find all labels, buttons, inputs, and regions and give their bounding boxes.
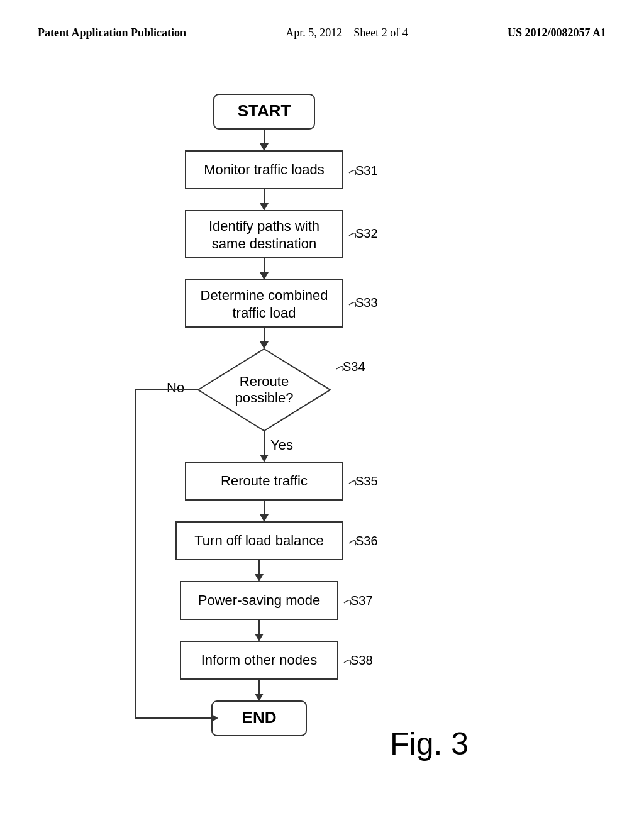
flowchart-svg: START Monitor traffic loads S31 Identify…: [0, 82, 644, 805]
svg-marker-3: [260, 143, 269, 151]
svg-text:same destination: same destination: [212, 236, 316, 252]
svg-marker-8: [260, 203, 269, 211]
svg-marker-14: [260, 272, 269, 280]
svg-text:Determine combined: Determine combined: [201, 287, 328, 303]
svg-text:possible?: possible?: [235, 390, 294, 406]
svg-rect-15: [186, 280, 343, 327]
svg-text:Yes: Yes: [270, 437, 293, 453]
svg-marker-38: [255, 574, 264, 582]
svg-marker-21: [198, 349, 330, 431]
svg-text:Reroute traffic: Reroute traffic: [221, 473, 308, 489]
svg-marker-54: [211, 714, 218, 722]
svg-text:Inform other nodes: Inform other nodes: [201, 652, 318, 668]
svg-text:traffic load: traffic load: [232, 305, 296, 321]
svg-text:S35: S35: [355, 474, 378, 488]
publication-date-sheet: Apr. 5, 2012 Sheet 2 of 4: [286, 25, 408, 41]
svg-text:S34: S34: [343, 360, 365, 374]
svg-marker-43: [255, 634, 264, 641]
svg-rect-4: [186, 151, 343, 189]
svg-rect-39: [180, 582, 338, 619]
svg-text:No: No: [167, 380, 184, 396]
svg-text:Turn off load balance: Turn off load balance: [194, 533, 323, 548]
svg-text:S32: S32: [355, 226, 378, 240]
svg-text:Identify paths with: Identify paths with: [209, 218, 319, 234]
svg-text:S31: S31: [355, 163, 378, 177]
patent-number: US 2012/0082057 A1: [508, 25, 606, 41]
svg-text:Power-saving mode: Power-saving mode: [198, 592, 320, 608]
publication-title: Patent Application Publication: [38, 25, 186, 41]
svg-text:S33: S33: [355, 296, 378, 309]
svg-rect-9: [186, 211, 343, 258]
flowchart-diagram: START Monitor traffic loads S31 Identify…: [0, 82, 644, 805]
svg-rect-0: [214, 94, 314, 129]
svg-marker-28: [260, 455, 269, 462]
svg-text:Monitor traffic loads: Monitor traffic loads: [204, 162, 325, 177]
svg-text:S36: S36: [355, 534, 378, 548]
svg-text:END: END: [242, 708, 277, 727]
svg-text:S37: S37: [350, 594, 373, 607]
svg-marker-20: [260, 341, 269, 349]
page-header: Patent Application Publication Apr. 5, 2…: [0, 0, 644, 41]
svg-text:S38: S38: [350, 653, 373, 667]
svg-marker-48: [255, 694, 264, 701]
svg-text:START: START: [238, 101, 291, 120]
svg-rect-34: [176, 522, 343, 560]
svg-rect-44: [180, 641, 338, 679]
svg-rect-29: [186, 462, 343, 500]
svg-rect-49: [212, 701, 306, 736]
svg-text:Fig. 3: Fig. 3: [390, 726, 469, 761]
svg-marker-33: [260, 514, 269, 522]
svg-text:Reroute: Reroute: [240, 374, 289, 389]
